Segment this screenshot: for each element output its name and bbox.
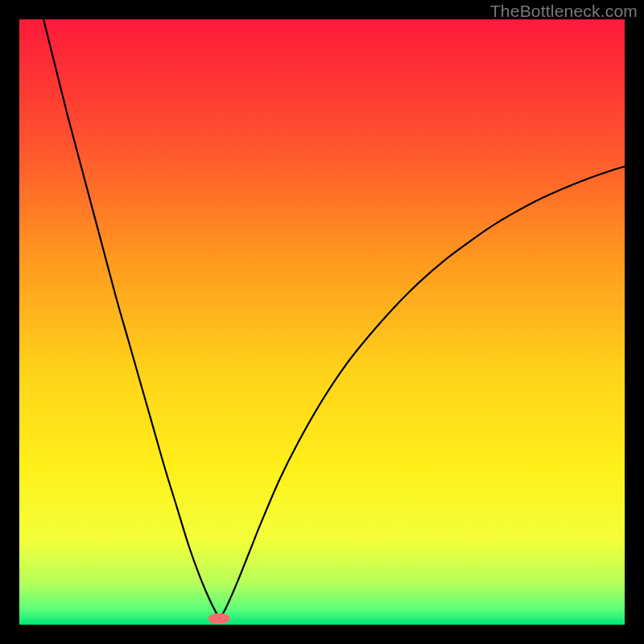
dip-marker — [208, 613, 230, 625]
chart-frame — [19, 19, 625, 625]
bottleneck-chart — [19, 19, 625, 625]
watermark-label: TheBottleneck.com — [490, 2, 638, 21]
gradient-background — [19, 19, 625, 625]
